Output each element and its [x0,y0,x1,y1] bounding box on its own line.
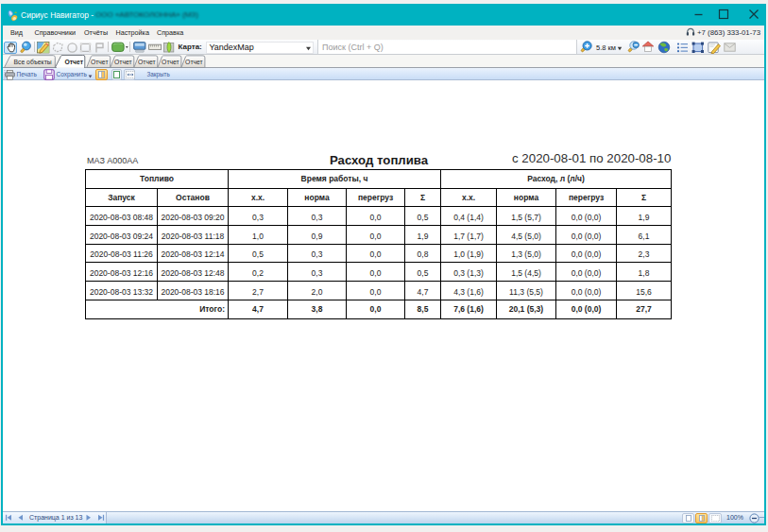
svg-text:Отчет: Отчет [162,59,179,65]
svg-text:Все объекты: Все объекты [14,59,52,65]
svg-text:Отчет: Отчет [114,59,132,65]
svg-text:Отчет: Отчет [91,59,109,65]
svg-text:Отчет: Отчет [65,59,84,65]
svg-text:Отчет: Отчет [138,59,156,65]
svg-text:Отчет: Отчет [185,59,203,65]
